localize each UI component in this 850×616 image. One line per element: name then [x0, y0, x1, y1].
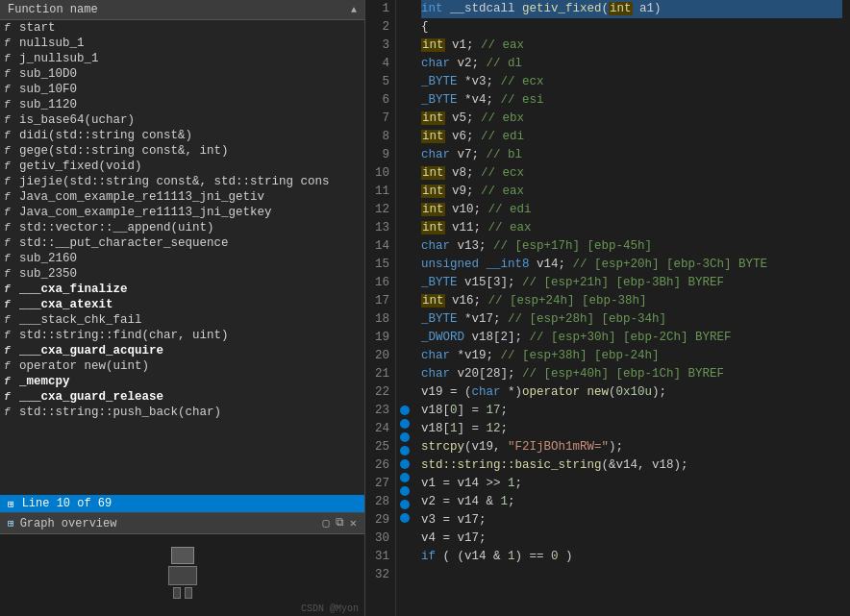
graph-restore-button[interactable]: ⧉ — [336, 516, 344, 530]
function-list-item[interactable]: fsub_10F0 — [0, 82, 364, 97]
function-list-item[interactable]: fsub_1120 — [0, 97, 364, 112]
status-bar: ⊞ Line 10 of 69 — [0, 495, 364, 512]
breakpoint-dot[interactable] — [400, 486, 410, 496]
func-icon: f — [4, 207, 15, 218]
function-list-item[interactable]: fgetiv_fixed(void) — [0, 159, 364, 174]
code-line: v18[0] = 17; — [421, 402, 842, 420]
function-list-item[interactable]: fstd::vector::__append(uint) — [0, 220, 364, 235]
function-list-item[interactable]: f___cxa_guard_acquire — [0, 343, 364, 358]
breakpoint-dot[interactable] — [398, 527, 412, 545]
breakpoint-dot[interactable] — [400, 419, 410, 429]
breakpoint-dot[interactable] — [398, 219, 412, 237]
function-list-item[interactable]: fJava_com_example_re11113_jni_getiv — [0, 189, 364, 205]
breakpoint-dot[interactable] — [398, 329, 412, 347]
code-line: char v13; // [esp+17h] [ebp-45h] — [421, 237, 842, 256]
line-number: 25 — [369, 438, 389, 456]
code-line: v18[1] = 12; — [421, 420, 842, 438]
graph-minimize-button[interactable]: ▢ — [323, 516, 330, 530]
function-list-item[interactable]: f___stack_chk_fail — [0, 312, 364, 328]
function-list-item[interactable]: fdidi(std::string const&) — [0, 128, 364, 143]
breakpoint-dot[interactable] — [398, 37, 412, 55]
line-number: 14 — [369, 237, 389, 256]
function-panel-header: Function name ▲ — [0, 0, 364, 20]
function-list-item[interactable]: fsub_2160 — [0, 251, 364, 266]
breakpoint-dot[interactable] — [398, 237, 412, 256]
breakpoint-dot[interactable] — [398, 18, 412, 37]
breakpoint-dot[interactable] — [400, 473, 410, 482]
code-line: int v11; // eax — [421, 219, 842, 237]
breakpoint-dot[interactable] — [398, 110, 412, 128]
status-icon: ⊞ — [8, 498, 14, 510]
breakpoint-dot[interactable] — [400, 432, 410, 442]
breakpoint-dot[interactable] — [398, 383, 412, 402]
function-list-item[interactable]: f___cxa_atexit — [0, 297, 364, 312]
func-icon: f — [4, 391, 15, 403]
line-number: 3 — [369, 37, 389, 55]
scroll-up-button[interactable]: ▲ — [351, 5, 357, 15]
status-text: Line 10 of 69 — [22, 497, 112, 510]
func-name: ___cxa_finalize — [19, 283, 128, 296]
graph-body: CSDN @Myon — [0, 534, 364, 616]
line-number: 6 — [369, 91, 389, 110]
code-line: v1 = v14 >> 1; — [421, 475, 842, 493]
function-list-item[interactable]: fnullsub_1 — [0, 36, 364, 51]
function-list-item[interactable]: foperator new(uint) — [0, 358, 364, 374]
line-number: 9 — [369, 146, 389, 164]
function-list-item[interactable]: fstd::string::find(char, uint) — [0, 328, 364, 343]
breakpoint-dot[interactable] — [400, 500, 410, 509]
line-number: 22 — [369, 383, 389, 402]
line-number: 31 — [369, 548, 389, 566]
breakpoint-dot[interactable] — [398, 128, 412, 146]
breakpoint-dot[interactable] — [400, 446, 410, 456]
breakpoint-dot[interactable] — [400, 513, 410, 523]
breakpoint-dot[interactable] — [400, 406, 410, 415]
function-list-item[interactable]: fsub_10D0 — [0, 66, 364, 82]
func-icon: f — [4, 360, 15, 372]
breakpoint-dot[interactable] — [398, 0, 412, 18]
function-list-item[interactable]: fstd::string::push_back(char) — [0, 405, 364, 420]
function-list[interactable]: fstartfnullsub_1fj_nullsub_1fsub_10D0fsu… — [0, 20, 364, 495]
breakpoint-dot[interactable] — [398, 91, 412, 110]
breakpoint-dot[interactable] — [398, 365, 412, 383]
line-number: 16 — [369, 274, 389, 292]
func-name: std::vector::__append(uint) — [19, 221, 214, 234]
function-list-item[interactable]: fsub_2350 — [0, 266, 364, 282]
breakpoint-dot[interactable] — [398, 274, 412, 292]
function-list-item[interactable]: f___cxa_finalize — [0, 282, 364, 297]
breakpoint-dot[interactable] — [400, 459, 410, 469]
func-name: jiejie(std::string const&, std::string c… — [19, 175, 330, 188]
breakpoint-dot[interactable] — [398, 347, 412, 365]
function-list-item[interactable]: fstd::__put_character_sequence — [0, 235, 364, 251]
code-line: v2 = v14 & 1; — [421, 493, 842, 511]
code-line: unsigned __int8 v14; // [esp+20h] [ebp-3… — [421, 256, 842, 274]
function-list-item[interactable]: f___cxa_guard_release — [0, 389, 364, 405]
line-numbers: 1234567891011121314151617181920212223242… — [365, 0, 396, 616]
breakpoint-dot[interactable] — [398, 292, 412, 310]
breakpoint-dot[interactable] — [398, 164, 412, 183]
breakpoint-dot[interactable] — [398, 201, 412, 219]
main-container: Function name ▲ fstartfnullsub_1fj_nulls… — [0, 0, 850, 616]
breakpoint-dot[interactable] — [398, 73, 412, 91]
function-list-item[interactable]: fj_nullsub_1 — [0, 51, 364, 66]
function-list-item[interactable]: fJava_com_example_re11113_jni_getkey — [0, 205, 364, 220]
breakpoint-dot[interactable] — [398, 310, 412, 329]
line-number: 2 — [369, 18, 389, 37]
breakpoint-dot[interactable] — [398, 256, 412, 274]
breakpoint-dot[interactable] — [398, 146, 412, 164]
function-list-item[interactable]: f_memcpy — [0, 374, 364, 389]
func-icon: f — [4, 130, 15, 141]
func-icon: f — [4, 114, 15, 126]
right-panel[interactable]: 1234567891011121314151617181920212223242… — [365, 0, 850, 616]
func-icon: f — [4, 53, 15, 64]
function-list-item[interactable]: fis_base64(uchar) — [0, 112, 364, 128]
breakpoint-dot[interactable] — [398, 183, 412, 201]
breakpoint-dot[interactable] — [398, 55, 412, 73]
function-list-item[interactable]: fstart — [0, 20, 364, 36]
func-icon: f — [4, 376, 15, 387]
function-list-item[interactable]: fgege(std::string const&, int) — [0, 143, 364, 159]
line-number: 30 — [369, 530, 389, 548]
func-name: didi(std::string const&) — [19, 129, 192, 142]
func-icon: f — [4, 330, 15, 341]
graph-close-button[interactable]: ✕ — [350, 516, 357, 530]
function-list-item[interactable]: fjiejie(std::string const&, std::string … — [0, 174, 364, 189]
